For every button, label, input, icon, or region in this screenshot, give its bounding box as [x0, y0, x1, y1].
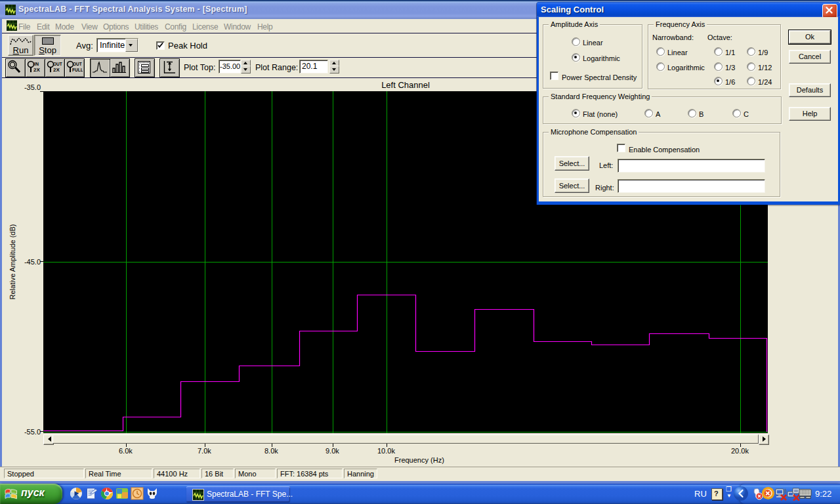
- svg-text:OUT: OUT: [73, 62, 82, 66]
- svg-text:FULL: FULL: [72, 68, 83, 72]
- svg-text:2X: 2X: [53, 67, 60, 73]
- svg-text:IN: IN: [34, 62, 39, 66]
- svg-text:OUT: OUT: [53, 62, 62, 66]
- svg-text:2X: 2X: [33, 67, 40, 73]
